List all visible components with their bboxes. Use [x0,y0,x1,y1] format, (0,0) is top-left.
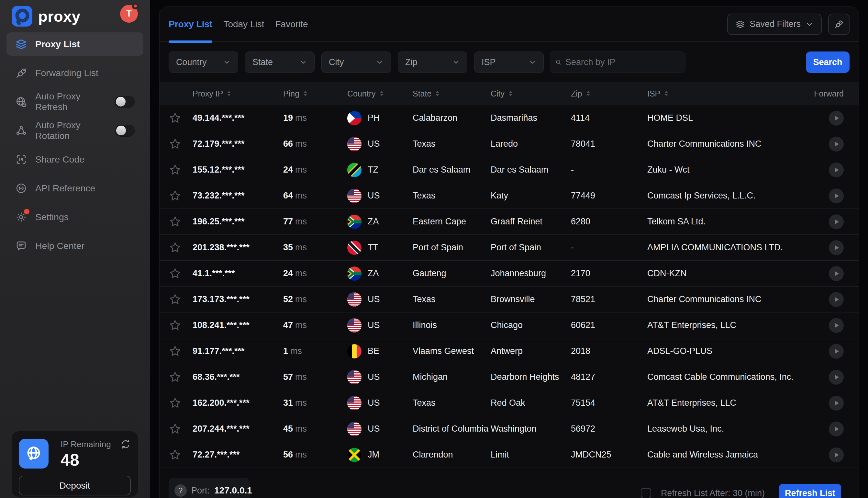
play-forward-icon[interactable] [829,240,844,255]
forward-cell [813,318,844,333]
sidebar-item-auto-proxy-rotation[interactable]: Auto Proxy Rotation [6,119,143,142]
play-forward-icon[interactable] [829,422,844,436]
zip-filter-dropdown[interactable]: Zip [398,52,467,73]
column-header-proxy-ip[interactable]: Proxy IP [192,89,283,99]
play-forward-icon[interactable] [829,111,844,126]
star-icon[interactable] [169,267,182,280]
zip-cell: 56972 [571,424,647,434]
column-header-city[interactable]: City [491,89,571,99]
forward-cell [813,370,844,385]
star-icon[interactable] [169,319,182,332]
play-forward-icon[interactable] [829,266,844,281]
country-cell: JM [347,448,413,462]
layers-icon [15,38,27,50]
sidebar-item-auto-proxy-refresh[interactable]: Auto Proxy Refresh [6,90,143,113]
column-header-country[interactable]: Country [347,89,413,99]
sidebar-item-help-center[interactable]: Help Center [6,234,143,258]
country-flag-icon [347,137,361,151]
chevron-down-icon [529,58,536,66]
refresh-list-button[interactable]: Refresh List [779,484,841,498]
favorite-star-cell [169,448,192,461]
sidebar-item-settings[interactable]: Settings [6,205,143,228]
play-forward-icon[interactable] [829,370,844,385]
star-icon[interactable] [169,371,182,384]
dropdown-label: City [329,57,344,67]
saved-filters-label: Saved Filters [750,19,801,29]
port-selector[interactable]: ? Port: 127.0.0.1 [169,478,250,498]
play-forward-icon[interactable] [829,162,844,178]
sidebar-item-label: Help Center [35,240,84,251]
star-icon[interactable] [169,163,182,176]
deposit-button[interactable]: Deposit [19,476,131,495]
favorite-star-cell [169,397,192,410]
avatar[interactable]: T [120,5,138,23]
table-row: 173.173.***.***52msUSTexasBrownsville785… [160,287,859,313]
column-header-state[interactable]: State [413,89,491,99]
star-icon[interactable] [169,448,182,461]
auto-proxy-refresh-toggle[interactable] [115,96,135,108]
proxy-ip-cell: 72.27.***.*** [192,450,283,460]
search-box [550,52,685,73]
star-icon[interactable] [169,397,182,410]
column-label: Country [347,89,376,99]
play-forward-icon[interactable] [829,137,844,152]
star-icon[interactable] [169,345,182,358]
filter-bar: Country State City Zip ISP Search [160,52,859,73]
connection-button[interactable] [828,14,850,35]
sidebar-item-share-code[interactable]: Share Code [6,148,143,171]
star-icon[interactable] [169,112,182,124]
table-row: 49.144.***.***19msPHCalabarzonDasmariñas… [160,105,859,131]
column-header-ping[interactable]: Ping [283,89,347,99]
play-forward-icon[interactable] [829,318,844,333]
column-label: Proxy IP [192,89,223,99]
toggle-knob [116,97,125,106]
header-actions: Saved Filters [727,14,850,35]
country-filter-dropdown[interactable]: Country [169,52,238,73]
tab-today-list[interactable]: Today List [223,7,264,41]
search-input[interactable] [565,57,680,67]
zip-cell: 78521 [571,294,647,304]
tab-bar: Proxy List Today List Favorite Saved Fil… [160,7,859,42]
forward-cell [813,162,844,178]
play-forward-icon[interactable] [829,344,844,359]
star-icon[interactable] [169,293,182,306]
tab-favorite[interactable]: Favorite [275,7,308,41]
favorite-star-cell [169,112,192,124]
deposit-label: Deposit [59,481,90,491]
country-flag-icon [347,163,361,177]
city-filter-dropdown[interactable]: City [321,52,391,73]
star-icon[interactable] [169,137,182,150]
play-forward-icon[interactable] [829,447,844,462]
refresh-after-checkbox[interactable] [641,488,651,498]
star-icon[interactable] [169,189,182,202]
column-header-zip[interactable]: Zip [571,89,647,99]
favorite-star-cell [169,163,192,176]
saved-filters-button[interactable]: Saved Filters [727,14,822,35]
sidebar-item-api-reference[interactable]: API Reference [6,176,143,200]
refresh-icon[interactable] [120,439,131,449]
column-header-isp[interactable]: ISP [647,89,813,99]
table-row: 73.232.***.***64msUSTexasKaty77449Comcas… [160,183,859,209]
star-icon[interactable] [169,215,182,228]
play-forward-icon[interactable] [829,214,844,229]
auto-proxy-rotation-toggle[interactable] [115,124,135,137]
country-cell: ZA [347,215,413,229]
isp-filter-dropdown[interactable]: ISP [474,52,544,73]
state-cell: District of Columbia [413,424,491,434]
sidebar-item-forwarding-list[interactable]: Forwarding List [6,61,143,84]
star-icon[interactable] [169,241,182,254]
play-forward-icon[interactable] [829,292,844,307]
proxy-ip-cell: 73.232.***.*** [192,191,283,201]
star-icon[interactable] [169,422,182,435]
sidebar-item-label: Proxy List [35,39,80,50]
ip-remaining-value: 48 [61,450,79,470]
sidebar-item-proxy-list[interactable]: Proxy List [6,32,143,56]
state-filter-dropdown[interactable]: State [245,52,315,73]
question-icon[interactable]: ? [174,484,187,497]
search-button[interactable]: Search [806,52,850,73]
tab-proxy-list[interactable]: Proxy List [169,7,212,41]
play-forward-icon[interactable] [829,188,844,204]
ping-cell: 52ms [283,294,347,304]
city-cell: Dasmariñas [491,113,571,123]
play-forward-icon[interactable] [829,396,844,410]
